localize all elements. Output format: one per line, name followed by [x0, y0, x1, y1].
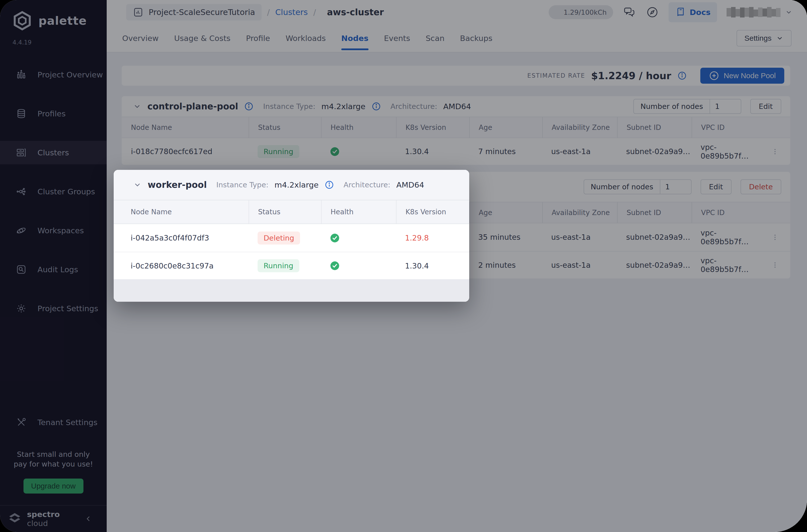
- table-row: i-0c2680c0e8c31c97a Running 1.30.4: [114, 252, 469, 279]
- architecture-label: Architecture:: [343, 180, 390, 189]
- col-k8s-version: K8s Version: [396, 200, 469, 224]
- status-badge: Running: [258, 259, 299, 272]
- instance-type-value: m4.2xlarge: [275, 180, 319, 189]
- app-window: palette 4.4.19 Project Overview: [0, 0, 807, 532]
- status-badge: Deleting: [258, 231, 300, 245]
- chevron-down-icon[interactable]: [133, 180, 142, 189]
- pool-name: worker-pool: [148, 180, 207, 190]
- worker-pool-header: worker-pool Instance Type: m4.2xlarge Ar…: [114, 170, 469, 200]
- table-row: i-042a5a3c0f4f07df3 Deleting 1.29.8: [114, 224, 469, 252]
- health-check-icon: [330, 261, 340, 270]
- k8s-version: 1.29.8: [396, 224, 469, 252]
- col-node-name: Node Name: [114, 200, 249, 224]
- worker-pool-spotlight: worker-pool Instance Type: m4.2xlarge Ar…: [114, 170, 469, 302]
- col-health: Health: [321, 200, 396, 224]
- col-status: Status: [249, 200, 321, 224]
- nodes-table-header: Node Name Status Health K8s Version: [114, 200, 469, 224]
- architecture-value: AMD64: [396, 180, 424, 189]
- node-name: i-042a5a3c0f4f07df3: [114, 224, 249, 252]
- info-icon[interactable]: [324, 180, 334, 190]
- spotlight-footer: [114, 279, 469, 302]
- k8s-version: 1.30.4: [396, 252, 469, 279]
- instance-type-label: Instance Type:: [217, 180, 268, 189]
- node-name: i-0c2680c0e8c31c97a: [114, 252, 249, 279]
- health-check-icon: [330, 233, 340, 243]
